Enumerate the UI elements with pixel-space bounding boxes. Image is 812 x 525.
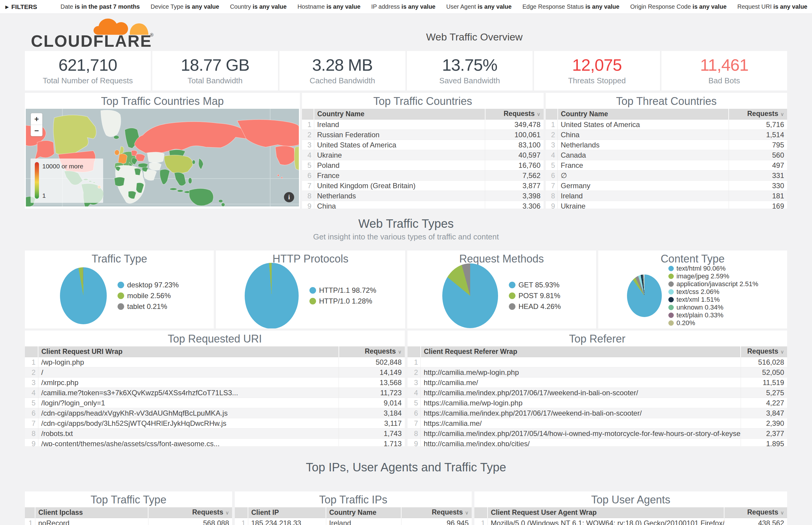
row-index[interactable]: 5: [25, 398, 38, 408]
cell[interactable]: Mozilla/5.0 (Windows NT 6.1; WOW64; rv:1…: [488, 518, 724, 525]
row-index[interactable]: 4: [408, 388, 421, 398]
cell[interactable]: /cdn-cgi/apps/head/xVgyKhR-vV3dAUGhMqfBc…: [38, 408, 339, 418]
cell[interactable]: 2,377: [741, 429, 787, 439]
filter-item[interactable]: Hostname is any value: [297, 3, 360, 10]
table-row[interactable]: 3http://camilia.me/11,519: [408, 378, 787, 388]
row-index[interactable]: 8: [408, 429, 421, 439]
cell[interactable]: http://camilia.me/wp-login.php: [421, 368, 741, 378]
filter-item[interactable]: Request URI is any value: [737, 3, 807, 10]
cell[interactable]: China: [558, 130, 729, 140]
cell[interactable]: 330: [729, 181, 787, 191]
cell[interactable]: 1,514: [729, 130, 787, 140]
cell[interactable]: Poland: [314, 160, 485, 170]
table-row[interactable]: 5https://camilia.me/wp-login.php4,227: [408, 398, 787, 408]
filter-item[interactable]: IP address is any value: [371, 3, 435, 10]
cell[interactable]: 560: [729, 150, 787, 160]
cell[interactable]: /: [38, 368, 339, 378]
requests-header[interactable]: Requests∨: [741, 346, 787, 357]
table-row[interactable]: 9/wp-content/themes/ashe/assets/css/font…: [25, 439, 405, 447]
row-index[interactable]: 6: [546, 170, 558, 181]
client-ip-header[interactable]: Client IP: [248, 507, 326, 518]
cell[interactable]: http://camilia.me/: [421, 378, 741, 388]
row-index[interactable]: 4: [546, 150, 558, 160]
cell[interactable]: Germany: [558, 181, 729, 191]
table-row[interactable]: 4http://camilia.me/index.php/2017/06/17/…: [408, 388, 787, 398]
table-row[interactable]: 7Germany330: [546, 181, 787, 191]
cell[interactable]: 52,050: [741, 368, 787, 378]
cell[interactable]: United States of America: [314, 140, 485, 150]
row-index[interactable]: 7: [546, 181, 558, 191]
cell[interactable]: France: [558, 160, 729, 170]
row-index[interactable]: 8: [302, 191, 314, 201]
cell[interactable]: /cdn-cgi/apps/body/3Lh52SjWTQ4HRlErJykHq…: [38, 418, 339, 429]
cell[interactable]: 502,848: [339, 357, 405, 368]
row-index[interactable]: 1: [546, 120, 558, 130]
row-index[interactable]: 5: [546, 160, 558, 170]
cell[interactable]: United States of America: [558, 120, 729, 130]
cell[interactable]: 4,227: [741, 398, 787, 408]
cell[interactable]: http://camilia.me/index.php/cities/: [421, 439, 741, 447]
table-row[interactable]: 2/14,149: [25, 368, 405, 378]
table-row[interactable]: 2Russian Federation100,061: [302, 130, 544, 140]
table-row[interactable]: 2http://camilia.me/wp-login.php52,050: [408, 368, 787, 378]
filters-toggle[interactable]: ▶ FILTERS: [5, 3, 37, 11]
ipclass-header[interactable]: Client Ipclass: [35, 507, 148, 518]
info-icon[interactable]: i: [284, 192, 294, 202]
cell[interactable]: 3,847: [741, 408, 787, 418]
row-index[interactable]: 1: [235, 518, 248, 525]
table-row[interactable]: 5/login/?login_only=19,014: [25, 398, 405, 408]
row-index[interactable]: 6: [408, 408, 421, 418]
table-row[interactable]: 3United States of America83,100: [302, 140, 544, 150]
cell[interactable]: 3,398: [485, 191, 544, 201]
row-index[interactable]: 7: [408, 418, 421, 429]
row-index[interactable]: 8: [546, 191, 558, 201]
row-index[interactable]: 9: [408, 439, 421, 447]
cell[interactable]: Netherlands: [314, 191, 485, 201]
filter-item[interactable]: Country is any value: [230, 3, 287, 10]
row-index[interactable]: 6: [25, 408, 38, 418]
table-row[interactable]: 5Poland16,760: [302, 160, 544, 170]
http-protocols-pie-chart[interactable]: [245, 263, 299, 328]
row-index[interactable]: 1: [25, 357, 38, 368]
cell[interactable]: 795: [729, 140, 787, 150]
cell[interactable]: Ireland: [558, 191, 729, 201]
row-index[interactable]: 2: [302, 130, 314, 140]
filter-item[interactable]: Date is in the past 7 months: [61, 3, 140, 10]
cell[interactable]: 497: [729, 160, 787, 170]
table-row[interactable]: 9China3,306: [302, 201, 544, 209]
cell[interactable]: /wp-login.php: [38, 357, 339, 368]
row-index[interactable]: 4: [302, 150, 314, 160]
cell[interactable]: 83,100: [485, 140, 544, 150]
row-index[interactable]: 9: [25, 439, 38, 447]
cell[interactable]: 3,184: [339, 408, 405, 418]
cell[interactable]: 1,743: [339, 429, 405, 439]
row-index[interactable]: 3: [408, 378, 421, 388]
content-type-pie-chart[interactable]: [627, 274, 662, 317]
row-index[interactable]: 1: [25, 518, 35, 525]
row-index[interactable]: 3: [546, 140, 558, 150]
row-index[interactable]: 2: [25, 368, 38, 378]
cell[interactable]: 7,562: [485, 170, 544, 181]
cell[interactable]: 1,895: [741, 439, 787, 447]
country-name-header[interactable]: Country Name: [558, 109, 729, 120]
table-row[interactable]: 1Mozilla/5.0 (Windows NT 6.1; WOW64; rv:…: [474, 518, 787, 525]
table-row[interactable]: 1185.234.218.33Ireland96,945: [235, 518, 472, 525]
table-row[interactable]: 4Canada560: [546, 150, 787, 160]
table-row[interactable]: 6/cdn-cgi/apps/head/xVgyKhR-vV3dAUGhMqfB…: [25, 408, 405, 418]
table-row[interactable]: 8http://camilia.me/index.php/2017/05/14/…: [408, 429, 787, 439]
cell[interactable]: /wp-content/themes/ashe/assets/css/font-…: [38, 439, 339, 447]
row-index[interactable]: 1: [302, 120, 314, 130]
cell[interactable]: Russian Federation: [314, 130, 485, 140]
cell[interactable]: 16,760: [485, 160, 544, 170]
table-row[interactable]: 1noRecord568,088: [25, 518, 232, 525]
row-index[interactable]: 5: [302, 160, 314, 170]
cell[interactable]: 11,723: [339, 388, 405, 398]
table-row[interactable]: 3Netherlands795: [546, 140, 787, 150]
table-row[interactable]: 9http://camilia.me/index.php/cities/1,89…: [408, 439, 787, 447]
zoom-out-button[interactable]: −: [31, 125, 42, 136]
cell[interactable]: 9,014: [339, 398, 405, 408]
cell[interactable]: 11,519: [741, 378, 787, 388]
filter-item[interactable]: User Agent is any value: [446, 3, 512, 10]
cell[interactable]: 14,149: [339, 368, 405, 378]
cell[interactable]: 349,478: [485, 120, 544, 130]
